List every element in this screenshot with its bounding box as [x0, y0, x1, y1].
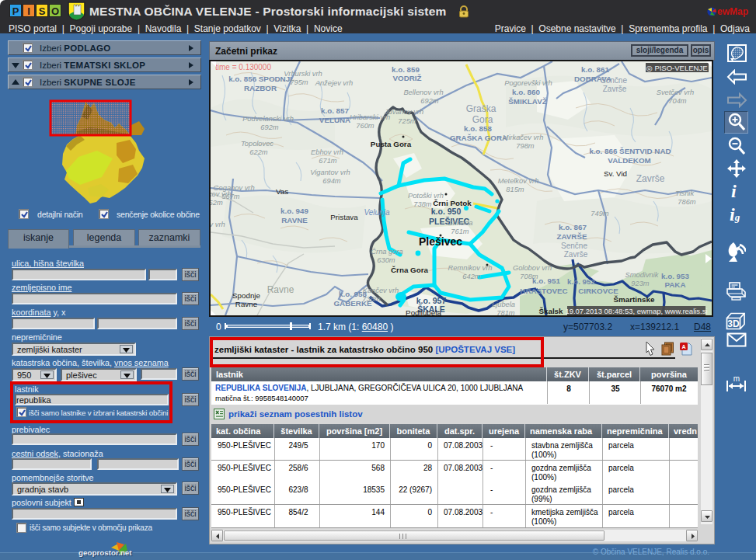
- svg-text:PAKA: PAKA: [664, 280, 685, 289]
- svg-text:Topolovec: Topolovec: [241, 140, 273, 148]
- svg-text:ov vrh: ov vrh: [211, 221, 225, 228]
- svg-text:786m: 786m: [678, 198, 696, 206]
- svg-text:738m: 738m: [362, 295, 381, 303]
- svg-text:Vrhurski vrh: Vrhurski vrh: [284, 70, 322, 78]
- svg-text:Črna gora: Črna gora: [371, 248, 402, 256]
- svg-text:ŠMIKLAVŽ: ŠMIKLAVŽ: [508, 97, 546, 106]
- svg-text:VELUNA: VELUNA: [319, 116, 350, 124]
- svg-text:923m: 923m: [631, 280, 650, 287]
- svg-text:Završe: Završe: [636, 173, 665, 184]
- svg-text:642m: 642m: [462, 273, 481, 280]
- svg-text:Anžejev vrh: Anžejev vrh: [315, 79, 354, 87]
- svg-text:815m: 815m: [506, 186, 524, 193]
- svg-text:Sv. Vid: Sv. Vid: [604, 169, 627, 178]
- svg-text:Remnikov vrh: Remnikov vrh: [448, 264, 493, 272]
- svg-text:Škalsk: Škalsk: [538, 307, 563, 315]
- svg-text:567m: 567m: [221, 193, 240, 200]
- svg-text:Bellenov vrh: Bellenov vrh: [403, 89, 443, 96]
- svg-text:Mirkačev vrh: Mirkačev vrh: [503, 134, 544, 141]
- svg-text:k.o. 860: k.o. 860: [512, 88, 540, 96]
- svg-text:Črna Gora: Črna Gora: [391, 266, 428, 274]
- svg-text:19.07.2013 08:48:53, ewmap, ww: 19.07.2013 08:48:53, ewmap, www.realis.s…: [565, 307, 707, 315]
- svg-text:VODRIŽ: VODRIŽ: [392, 74, 421, 82]
- svg-text:Završe: Završe: [603, 85, 627, 93]
- svg-text:Vas: Vas: [276, 187, 288, 196]
- svg-text:VALDEKOM: VALDEKOM: [608, 156, 650, 165]
- svg-text:k.o. 866 ŠENTVID NAD: k.o. 866 ŠENTVID NAD: [589, 147, 671, 155]
- svg-text:Gora: Gora: [472, 114, 493, 125]
- svg-text:Ebhov vrh: Ebhov vrh: [311, 148, 343, 156]
- svg-text:RAZBOR: RAZBOR: [244, 84, 277, 92]
- svg-text:k.o. 950: k.o. 950: [431, 207, 462, 216]
- svg-text:725m: 725m: [398, 117, 416, 125]
- svg-text:Pogorevški vrh: Pogorevški vrh: [504, 79, 552, 87]
- svg-text:Črni Potok: Črni Potok: [433, 199, 472, 207]
- svg-text:761m: 761m: [451, 228, 469, 235]
- svg-text:Metelkov vrh: Metelkov vrh: [498, 177, 539, 185]
- svg-text:3D: 3D: [727, 318, 740, 329]
- svg-text:749m: 749m: [591, 210, 609, 217]
- svg-text:k.o. 859: k.o. 859: [392, 65, 420, 74]
- svg-text:704m: 704m: [668, 97, 687, 105]
- svg-text:k.o. 857: k.o. 857: [321, 106, 349, 115]
- svg-text:Tisnik: Tisnik: [675, 190, 695, 197]
- svg-text:k.o. 949: k.o. 949: [280, 207, 308, 215]
- svg-text:k.o. 861: k.o. 861: [581, 65, 609, 74]
- svg-text:k.o. 867: k.o. 867: [559, 223, 587, 231]
- svg-text:Završe: Završe: [564, 250, 588, 259]
- svg-text:Sončne: Sončne: [601, 76, 627, 85]
- svg-text:Spodnje: Spodnje: [232, 291, 261, 300]
- svg-text:k.o. 953: k.o. 953: [661, 272, 689, 280]
- svg-text:Goganov vrh: Goganov vrh: [213, 184, 254, 192]
- svg-text:m: m: [733, 374, 740, 383]
- svg-text:k.o. 952: k.o. 952: [567, 277, 595, 286]
- svg-text:GRAŠKA GORA: GRAŠKA GORA: [450, 134, 507, 142]
- svg-text:Podljubela: Podljubela: [406, 308, 441, 315]
- svg-text:Juvanov vrh: Juvanov vrh: [384, 108, 423, 116]
- svg-text:Ljubela: Ljubela: [492, 301, 515, 308]
- svg-text:692m: 692m: [260, 123, 279, 131]
- svg-text:795m: 795m: [290, 78, 308, 86]
- svg-text:630m: 630m: [377, 256, 395, 264]
- svg-text:Pristava: Pristava: [330, 213, 358, 221]
- svg-text:Golobov vrh: Golobov vrh: [513, 264, 552, 272]
- svg-text:A: A: [681, 344, 685, 350]
- svg-text:ZAVRŠE: ZAVRŠE: [556, 232, 587, 241]
- svg-text:Svetčev vrh: Svetčev vrh: [657, 89, 695, 96]
- svg-text:k.o. 856 SPODNJI: k.o. 856 SPODNJI: [228, 75, 292, 83]
- svg-text:Smodivnik: Smodivnik: [625, 271, 660, 279]
- svg-text:781m: 781m: [496, 309, 515, 315]
- svg-text:Kančev vrh: Kančev vrh: [363, 287, 399, 294]
- svg-text:Grinada: Grinada: [447, 219, 472, 227]
- svg-text:RAVNE: RAVNE: [281, 216, 308, 224]
- svg-text:Podvelanski vrh: Podvelanski vrh: [242, 115, 294, 123]
- svg-text:798m: 798m: [516, 142, 535, 150]
- svg-text:Velunja: Velunja: [364, 208, 390, 217]
- svg-text:◎ PISO-VELENJE: ◎ PISO-VELENJE: [646, 64, 707, 72]
- svg-text:694m: 694m: [322, 177, 341, 185]
- svg-text:738m: 738m: [413, 200, 432, 208]
- svg-text:CIRKOVCE: CIRKOVCE: [578, 287, 618, 295]
- svg-text:Plešivec: Plešivec: [419, 235, 462, 248]
- svg-text:622m: 622m: [249, 148, 268, 156]
- svg-text:time = 0.130000: time = 0.130000: [215, 63, 271, 71]
- svg-text:Pusta Gora: Pusta Gora: [371, 140, 412, 148]
- svg-text:671m: 671m: [319, 157, 337, 165]
- svg-text:692m: 692m: [420, 97, 439, 105]
- svg-text:HRASTOVEC: HRASTOVEC: [520, 287, 567, 295]
- svg-text:708m: 708m: [520, 273, 538, 280]
- svg-text:Senčne: Senčne: [561, 242, 587, 250]
- svg-text:Ravne: Ravne: [235, 300, 258, 308]
- svg-text:Graška: Graška: [466, 103, 496, 114]
- svg-text:Ravne: Ravne: [267, 284, 294, 295]
- svg-text:Vigantov vrh: Vigantov vrh: [310, 169, 350, 176]
- svg-text:k.o. 858: k.o. 858: [464, 124, 492, 133]
- svg-text:Šmartinske: Šmartinske: [614, 295, 655, 304]
- svg-text:760m: 760m: [356, 122, 375, 130]
